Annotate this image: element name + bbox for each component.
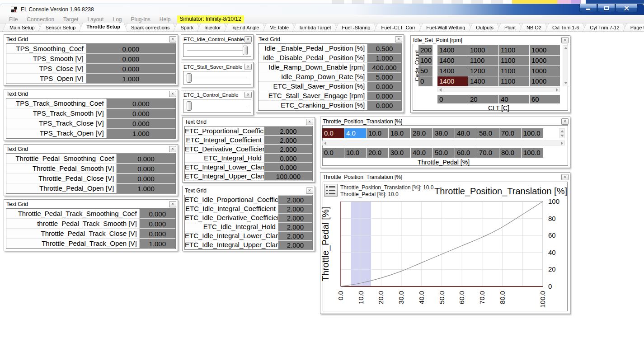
grid-cell-value[interactable]: 2.000 (278, 240, 312, 249)
tab-fuel-clt-corr[interactable]: Fuel -CLT_Corr (374, 23, 423, 32)
spinner-down-icon[interactable] (560, 135, 564, 137)
tab-spark[interactable]: Spark (173, 23, 201, 32)
scroll-up-icon[interactable] (564, 47, 568, 49)
grid-cell-value[interactable]: 2.000 (264, 136, 312, 145)
grid-cell-value[interactable]: 1.000 (106, 128, 175, 138)
grid-cell-value[interactable]: 1.000 (139, 239, 175, 249)
grid-cell-value[interactable]: 0.000 (116, 164, 175, 174)
grid-cell-value[interactable]: 0.000 (106, 118, 175, 128)
slider-thumb[interactable] (187, 73, 192, 83)
translation-value-cell[interactable]: 18.0 (389, 128, 410, 138)
grid-cell-value[interactable]: 2.000 (278, 222, 312, 231)
row-header-cell[interactable]: 0 (418, 76, 432, 86)
x-axis-cell[interactable]: 60 (530, 95, 560, 103)
panel-close-button[interactable]: × (169, 36, 176, 42)
grid-cell-value[interactable]: 2.000 (264, 145, 312, 154)
grid-cell-value[interactable]: 0.000 (106, 98, 175, 108)
translation-value-cell[interactable]: 38.0 (433, 128, 455, 138)
scroll-right-icon[interactable] (561, 141, 563, 145)
table-cell[interactable]: 1200 (468, 66, 498, 76)
panel-close-button[interactable]: × (244, 64, 252, 70)
panel-close-button[interactable]: × (169, 91, 176, 97)
maximize-button[interactable] (597, 4, 615, 12)
menu-item-log[interactable]: Log (108, 16, 126, 23)
table-cell[interactable]: 1000 (530, 45, 560, 55)
tab-spark-corrections[interactable]: Spark corrections (124, 23, 177, 32)
slider-thumb[interactable] (243, 46, 248, 55)
panel-close-button[interactable]: × (244, 36, 252, 42)
vertical-scrollbar[interactable] (563, 45, 568, 86)
tab-injend-angle[interactable]: injEnd Angle (224, 23, 266, 32)
horizontal-scrollbar[interactable] (437, 87, 560, 92)
translation-value-cell[interactable]: 28.0 (411, 128, 432, 138)
grid-cell-value[interactable]: 400.000 (367, 63, 401, 72)
translation-value-cell[interactable]: 58.0 (477, 128, 499, 138)
menu-item-connection[interactable]: Connection (22, 16, 59, 23)
panel-close-button[interactable]: × (306, 119, 313, 125)
tab-injector[interactable]: Injector (197, 23, 228, 32)
grid-cell-value[interactable]: 1.000 (116, 183, 175, 193)
grid-cell-value[interactable]: 0.000 (86, 64, 175, 74)
pedal-axis-cell[interactable]: 0.0 (322, 148, 344, 158)
tab-outputs[interactable]: Outputs (469, 23, 501, 32)
slider-track[interactable] (187, 50, 247, 51)
pedal-axis-cell[interactable]: 40.0 (411, 148, 432, 158)
table-cell[interactable]: 1100 (499, 76, 529, 86)
horizontal-scrollbar[interactable] (322, 141, 565, 145)
grid-cell-value[interactable]: 2.000 (278, 231, 312, 240)
grid-cell-value[interactable]: 0.000 (367, 101, 401, 110)
row-header-cell[interactable]: 100 (418, 56, 432, 66)
table-cell[interactable]: 1000 (468, 45, 498, 55)
slider-thumb[interactable] (187, 101, 192, 111)
panel-close-button[interactable]: × (244, 92, 252, 98)
panel-close-button[interactable]: × (561, 37, 569, 43)
tab-cyl-trim-7-12[interactable]: Cyl Trim 7-12 (583, 23, 626, 32)
menu-item-layout[interactable]: Layout (83, 16, 108, 23)
pedal-axis-cell[interactable]: 50.0 (433, 148, 455, 158)
tab-page-5[interactable]: Page 5 (623, 23, 644, 32)
grid-cell-value[interactable]: 0.000 (116, 154, 175, 164)
table-cell[interactable]: 1100 (499, 66, 529, 76)
grid-cell-value[interactable]: 0.000 (367, 91, 401, 101)
x-axis-cell[interactable]: 0 (437, 95, 468, 103)
grid-cell-value[interactable]: 0.000 (139, 229, 175, 239)
grid-cell-value[interactable]: 100.000 (264, 172, 312, 181)
tab-fuel-wall-wetting[interactable]: Fuel-Wall Wetting (419, 23, 472, 32)
table-cell[interactable]: 1000 (530, 76, 560, 86)
grid-cell-value[interactable]: 0.000 (86, 44, 175, 54)
menu-item-help[interactable]: Help (155, 16, 175, 23)
grid-cell-value[interactable]: 2.000 (278, 213, 312, 222)
scroll-right-icon[interactable] (556, 88, 558, 92)
tab-cyl-trim-1-6[interactable]: Cyl Trim 1-6 (545, 23, 586, 32)
table-cell[interactable]: 1100 (499, 45, 529, 55)
table-cell[interactable]: 1400 (468, 76, 498, 86)
grid-cell-value[interactable]: 0.000 (106, 108, 175, 118)
translation-value-cell[interactable]: 48.0 (455, 128, 477, 138)
translation-value-cell[interactable]: 10.0 (367, 128, 388, 138)
tab-lambda-target[interactable]: lambda Target (292, 23, 338, 32)
slider-track[interactable] (187, 78, 247, 79)
grid-cell-value[interactable]: 0.000 (139, 209, 175, 219)
table-cell[interactable]: 1100 (499, 56, 529, 66)
grid-cell-value[interactable]: 2.000 (278, 204, 312, 213)
table-cell[interactable]: 1000 (530, 66, 560, 76)
menu-item-file[interactable]: File (5, 16, 22, 23)
table-cell[interactable]: 1400 (437, 66, 468, 76)
spinner-up-icon[interactable] (560, 130, 564, 132)
grid-cell-value[interactable]: 0.000 (86, 54, 175, 64)
minimize-button[interactable] (579, 4, 597, 12)
slider-track[interactable] (187, 106, 247, 107)
scroll-left-icon[interactable] (324, 141, 326, 145)
pedal-axis-cell[interactable]: 80.0 (499, 148, 521, 158)
grid-cell-value[interactable]: 0.000 (116, 174, 175, 183)
table-cell[interactable]: 1400 (437, 56, 468, 66)
grid-cell-value[interactable]: 1.000 (367, 53, 401, 63)
grid-cell-value[interactable]: 2.000 (264, 127, 312, 136)
x-axis-cell[interactable]: 40 (499, 95, 529, 103)
translation-value-cell-active[interactable]: 0.0 (322, 128, 344, 138)
row-header-cell[interactable]: 200 (418, 45, 432, 55)
tab-fuel-staring[interactable]: Fuel -Staring (335, 23, 378, 32)
table-cell-selected[interactable]: 1400 (437, 76, 468, 86)
grid-cell-value[interactable]: 0.000 (264, 154, 312, 163)
panel-close-button[interactable]: × (306, 188, 313, 194)
